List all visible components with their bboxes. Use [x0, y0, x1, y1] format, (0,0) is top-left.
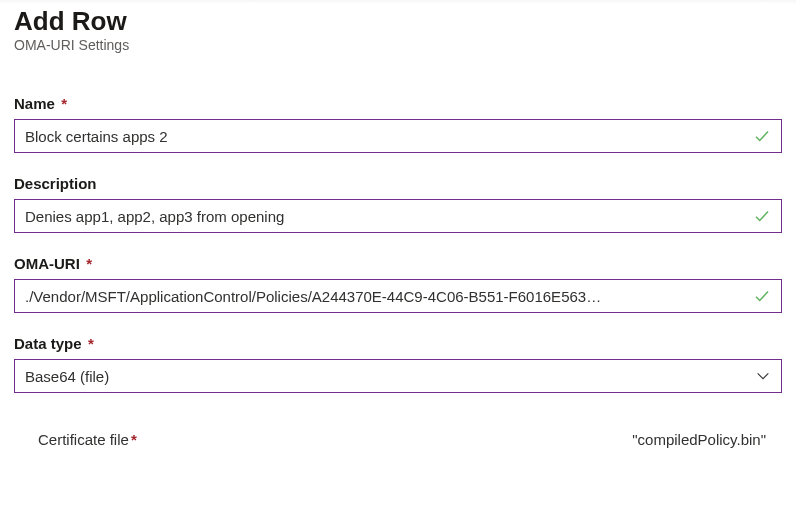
check-icon: [753, 127, 771, 145]
certificate-filename: "compiledPolicy.bin": [632, 431, 770, 448]
name-label: Name: [14, 95, 55, 112]
field-name: Name * Block certains apps 2: [14, 95, 782, 153]
field-oma-uri: OMA-URI * ./Vendor/MSFT/ApplicationContr…: [14, 255, 782, 313]
chevron-down-icon: [755, 368, 771, 384]
data-type-select[interactable]: Base64 (file): [14, 359, 782, 393]
top-gradient: [0, 0, 796, 4]
description-input-value: Denies app1, app2, app3 from opening: [25, 208, 745, 225]
certificate-required-mark: *: [131, 431, 137, 448]
name-input[interactable]: Block certains apps 2: [14, 119, 782, 153]
certificate-file-label: Certificate file: [38, 431, 129, 448]
field-data-type: Data type * Base64 (file): [14, 335, 782, 393]
name-input-value: Block certains apps 2: [25, 128, 745, 145]
check-icon: [753, 287, 771, 305]
data-type-label: Data type: [14, 335, 82, 352]
oma-uri-label: OMA-URI: [14, 255, 80, 272]
data-type-label-row: Data type *: [14, 335, 782, 353]
page-header: Add Row OMA-URI Settings: [14, 6, 782, 53]
page-title: Add Row: [14, 6, 782, 37]
oma-uri-input[interactable]: ./Vendor/MSFT/ApplicationControl/Policie…: [14, 279, 782, 313]
oma-uri-input-value: ./Vendor/MSFT/ApplicationControl/Policie…: [25, 288, 745, 305]
check-icon: [753, 207, 771, 225]
description-input[interactable]: Denies app1, app2, app3 from opening: [14, 199, 782, 233]
description-label-row: Description: [14, 175, 782, 193]
name-required-mark: *: [61, 95, 67, 112]
description-label: Description: [14, 175, 97, 192]
field-description: Description Denies app1, app2, app3 from…: [14, 175, 782, 233]
page-subtitle: OMA-URI Settings: [14, 37, 782, 53]
data-type-value: Base64 (file): [25, 368, 747, 385]
oma-uri-required-mark: *: [86, 255, 92, 272]
name-label-row: Name *: [14, 95, 782, 113]
data-type-required-mark: *: [88, 335, 94, 352]
certificate-file-row: Certificate file * "compiledPolicy.bin": [14, 431, 782, 448]
oma-uri-label-row: OMA-URI *: [14, 255, 782, 273]
